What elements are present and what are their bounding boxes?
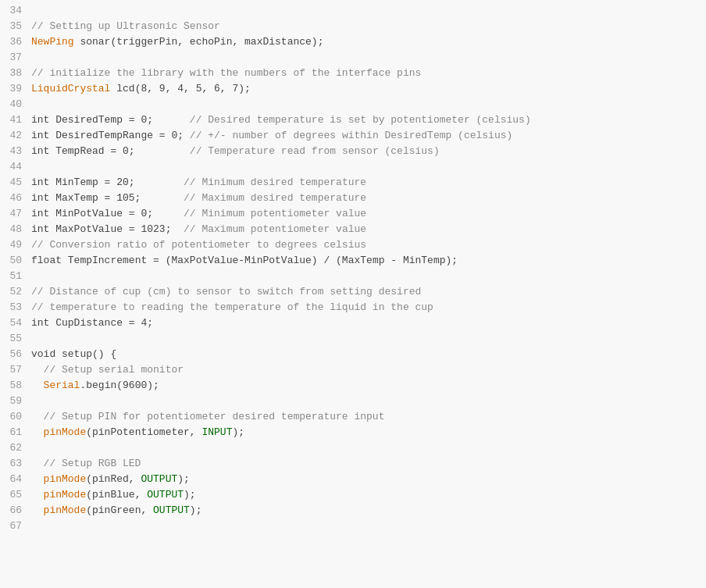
code-line: 43int TempRead = 0; // Temperature read … [0,144,706,159]
code-token: OUTPUT [147,489,184,501]
code-token: // Minimum desired temperature [184,176,366,188]
line-number: 49 [0,237,31,253]
code-token [31,489,44,501]
line-number: 46 [0,191,31,206]
code-line: 64 pinMode(pinRed, OUTPUT); [0,472,706,487]
code-token: MaxTemp = 105; [49,192,184,204]
line-content: int TempRead = 0; // Temperature read fr… [31,144,706,159]
line-content: // temperature to reading the temperatur… [31,300,706,315]
code-token: MinPotValue = 0; [49,208,184,219]
line-content: // Conversion ratio of potentiometer to … [31,237,706,253]
line-number: 59 [0,394,31,409]
line-content: void setup() { [31,347,706,362]
code-token: int [31,208,49,219]
code-line: 44 [0,159,706,175]
line-number: 64 [0,472,31,487]
code-token: // Minimum potentiometer value [184,208,366,219]
code-line: 55 [0,331,706,347]
line-number: 55 [0,331,31,347]
code-line: 65 pinMode(pinBlue, OUTPUT); [0,487,706,503]
line-content: int MinTemp = 20; // Minimum desired tem… [31,175,706,191]
line-number: 56 [0,347,31,362]
code-line: 34 [0,3,706,19]
code-token: int [31,114,49,126]
code-token: MinTemp = 20; [49,176,184,188]
code-line: 51 [0,269,706,284]
code-line: 45int MinTemp = 20; // Minimum desired t… [0,175,706,191]
line-number: 65 [0,487,31,503]
code-line: 62 [0,440,706,456]
code-token: pinMode [44,489,87,501]
code-token: // Maximum potentiometer value [184,223,366,235]
code-token: int [31,176,49,188]
line-number: 60 [0,409,31,425]
line-number: 41 [0,112,31,128]
code-token: ); [190,504,202,516]
code-line: 35// Setting up Ultrasonic Sensor [0,19,706,34]
line-number: 38 [0,66,31,81]
code-token: OUTPUT [141,473,177,485]
code-line: 57 // Setup serial monitor [0,362,706,378]
code-token: int [31,223,49,235]
code-line: 39LiquidCrystal lcd(8, 9, 4, 5, 6, 7); [0,81,706,97]
code-token: // initialize the library with the numbe… [31,67,421,79]
code-line: 42int DesiredTempRange = 0; // +/- numbe… [0,128,706,144]
code-line: 66 pinMode(pinGreen, OUTPUT); [0,503,706,519]
code-line: 49// Conversion ratio of potentiometer t… [0,237,706,253]
line-number: 43 [0,144,31,159]
code-token: ); [232,426,244,438]
code-token: CupDistance = 4; [49,317,153,329]
code-token: float [31,255,62,266]
code-token: int [31,192,49,204]
code-line: 36NewPing sonar(triggerPin, echoPin, max… [0,34,706,50]
code-token: INPUT [201,426,232,438]
line-content: // Distance of cup (cm) to sensor to swi… [31,284,706,300]
code-token: Serial [44,380,80,391]
code-token: // Maximum desired temperature [184,192,366,204]
line-content: // Setup PIN for potentiometer desired t… [31,409,706,425]
line-content: LiquidCrystal lcd(8, 9, 4, 5, 6, 7); [31,81,706,97]
line-number: 51 [0,269,31,284]
code-token: NewPing [31,36,74,48]
code-token: int [31,317,49,329]
code-token: (pinRed, [86,473,141,485]
code-token: // Conversion ratio of potentiometer to … [31,239,366,251]
line-number: 37 [0,50,31,66]
code-token: .begin(9600); [80,380,159,391]
code-line: 67 [0,519,706,534]
line-number: 62 [0,440,31,456]
line-content: NewPing sonar(triggerPin, echoPin, maxDi… [31,34,706,50]
code-token: DesiredTempRange = 0; [49,130,189,141]
code-line: 58 Serial.begin(9600); [0,378,706,394]
line-content: float TempIncrement = (MaxPotValue-MinPo… [31,253,706,269]
line-content: // Setting up Ultrasonic Sensor [31,19,706,34]
code-token: // Temperature read from sensor (celsius… [190,145,440,157]
code-token: // Desired temperature is set by potenti… [190,114,531,126]
code-line: 40 [0,97,706,112]
code-token: pinMode [44,473,87,485]
code-token [31,473,44,485]
line-number: 53 [0,300,31,315]
code-token: // Distance of cup (cm) to sensor to swi… [31,286,421,298]
line-number: 63 [0,456,31,472]
line-content: // initialize the library with the numbe… [31,66,706,81]
line-number: 44 [0,159,31,175]
code-line: 54int CupDistance = 4; [0,315,706,331]
line-content: pinMode(pinBlue, OUTPUT); [31,487,706,503]
code-line: 56void setup() { [0,347,706,362]
code-editor: 3435// Setting up Ultrasonic Sensor36New… [0,0,706,588]
code-line: 59 [0,394,706,409]
code-token: // Setting up Ultrasonic Sensor [31,20,220,32]
line-number: 48 [0,222,31,237]
code-token: // Setup serial monitor [31,364,184,376]
line-content: int MaxTemp = 105; // Maximum desired te… [31,191,706,206]
code-token: DesiredTemp = 0; [49,114,189,126]
code-line: 46int MaxTemp = 105; // Maximum desired … [0,191,706,206]
code-token: int [31,145,49,157]
code-line: 47int MinPotValue = 0; // Minimum potent… [0,206,706,222]
code-token: // temperature to reading the temperatur… [31,301,433,313]
line-number: 39 [0,81,31,97]
code-token [31,380,44,391]
code-token: pinMode [44,504,87,516]
line-content: // Setup serial monitor [31,362,706,378]
